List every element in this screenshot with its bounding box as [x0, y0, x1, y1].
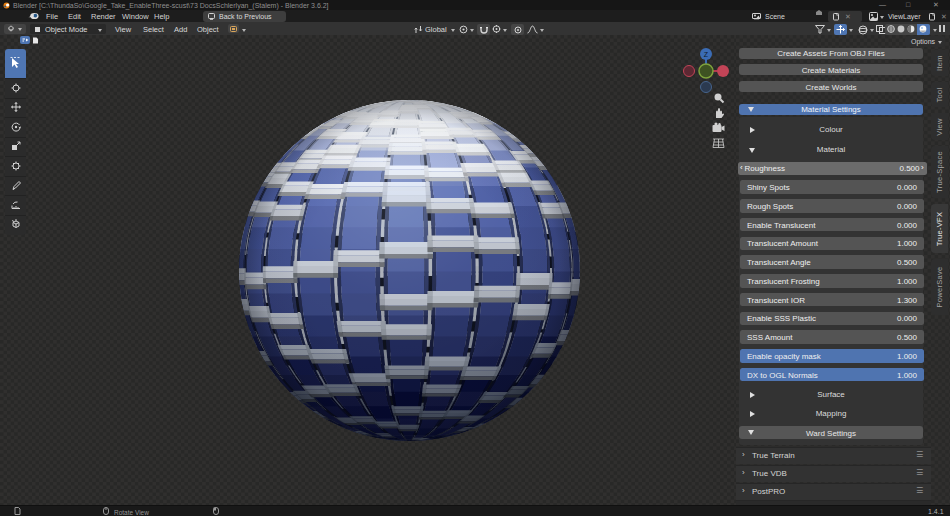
svg-text:Z: Z — [704, 51, 709, 58]
